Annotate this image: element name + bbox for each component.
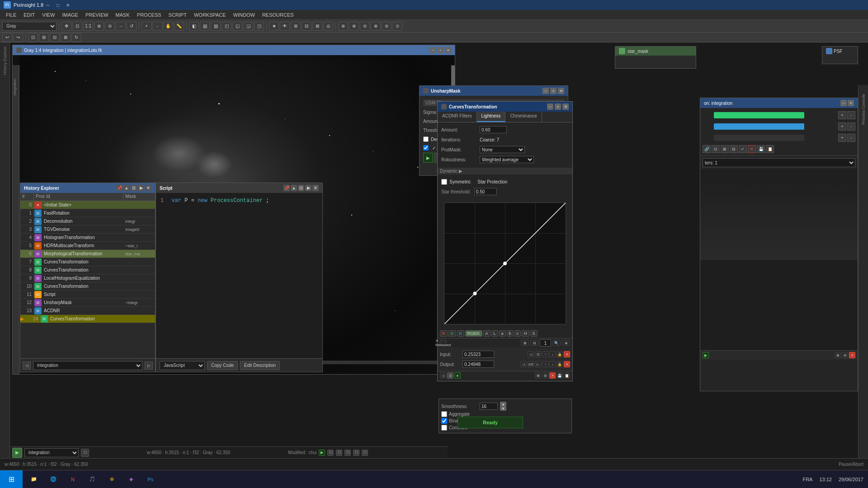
table-row[interactable]: ▶ 14 ▤ CurvesTransformation	[20, 315, 155, 323]
menu-script[interactable]: SCRIPT	[165, 11, 190, 19]
tool-c3[interactable]: ⊠	[312, 22, 322, 31]
usm-execute-btn[interactable]: ▶	[423, 153, 433, 163]
curves-input-clear[interactable]: ✕	[564, 351, 570, 357]
menu-process[interactable]: PROCESS	[133, 11, 165, 19]
tool-zoom-out[interactable]: ⊖	[105, 22, 115, 31]
curves-bottom-play[interactable]: ●	[454, 372, 461, 379]
history-scroll-area[interactable]: 0 ● <Initial State> 1 ▤ FastRotation 2 ▤…	[20, 201, 155, 366]
table-row[interactable]: 11 ▤ Script	[20, 291, 155, 299]
taskbar-file-explorer[interactable]: 📁	[25, 471, 43, 488]
tool2-b4[interactable]: ⊠	[61, 33, 71, 42]
tool-b1[interactable]: ◧	[189, 22, 199, 31]
tool2-b1[interactable]: ⊡	[28, 33, 38, 42]
curves-nav-grid2[interactable]: ⊟	[530, 340, 538, 346]
curves-protmask-select[interactable]: None	[480, 146, 525, 153]
integration-btn3[interactable]: +	[838, 122, 846, 131]
tool-c4[interactable]: ◎	[323, 22, 333, 31]
launch-btn[interactable]: ▶	[12, 448, 22, 458]
usm-minimize[interactable]: ─	[542, 88, 549, 94]
curves-symmetric-cb[interactable]	[441, 179, 447, 185]
tool-zoom-in[interactable]: ⊕	[94, 22, 104, 31]
tool2-b2[interactable]: ⊞	[39, 33, 49, 42]
table-row[interactable]: 1 ▤ FastRotation	[20, 209, 155, 217]
table-row[interactable]: 5 ▤ HDRMultiscaleTransform ~star_r	[20, 242, 155, 250]
smoothness-input[interactable]: 16	[480, 403, 498, 410]
ch-btn-a[interactable]: a	[499, 330, 506, 337]
curves-nav-grid1[interactable]: ⊞	[521, 340, 529, 346]
script-expand-btn[interactable]: ▲	[291, 185, 297, 191]
tool-rotate[interactable]: ↺	[127, 22, 137, 31]
integration-play-btn[interactable]: ▶	[703, 352, 709, 358]
taskbar-netflix[interactable]: N	[64, 471, 82, 488]
script-lang-select[interactable]: JavaScript	[160, 361, 205, 370]
curves-star-thresh-input[interactable]	[474, 188, 497, 195]
ch-btn-G[interactable]: G	[448, 330, 456, 337]
close-btn[interactable]: ✕	[63, 1, 72, 9]
curves-input-home[interactable]: ⊡	[535, 351, 541, 357]
binarize-checkbox[interactable]	[441, 418, 447, 424]
smoothness-down[interactable]: ▼	[500, 406, 506, 411]
curves-input-value[interactable]: 0.25323	[462, 351, 494, 358]
curves-nav-page-input[interactable]	[540, 339, 551, 347]
curves-bottom-copy[interactable]: 📋	[564, 372, 570, 379]
ch-btn-RGBK[interactable]: RGB/K	[465, 330, 482, 337]
taskbar-app1[interactable]: ◆	[122, 471, 140, 488]
curves-output-value[interactable]: 0.24948	[462, 361, 494, 368]
history-maximize-btn[interactable]: ▶	[138, 185, 144, 191]
image-win-minimize[interactable]: ─	[429, 47, 436, 53]
table-row[interactable]: 9 ▤ LocalHistogramEqualization	[20, 274, 155, 282]
integration-btn6[interactable]: -	[847, 134, 855, 142]
integration-action-close[interactable]: ✕	[849, 352, 855, 358]
taskbar-photoshop[interactable]: Ps	[142, 471, 160, 488]
menu-view[interactable]: VIEW	[38, 11, 58, 19]
image-win-maximize[interactable]: +	[437, 47, 443, 53]
tool-move[interactable]: ✥	[61, 22, 71, 31]
integration-action-btn1[interactable]: ⊞	[835, 352, 841, 358]
curves-robustness-select[interactable]: Weighted average	[480, 156, 534, 163]
curves-input-copy[interactable]: ↑	[542, 351, 548, 357]
integration-minimize[interactable]: ─	[840, 100, 847, 106]
curves-zoom-btn2[interactable]: ⊕	[562, 340, 570, 346]
curves-bottom-close[interactable]: ✕	[549, 372, 556, 379]
tool-d4[interactable]: ⊗	[371, 22, 381, 31]
copy-code-button[interactable]: Copy Code	[207, 361, 238, 370]
menu-file[interactable]: FILE	[2, 11, 20, 19]
menu-edit[interactable]: EDIT	[20, 11, 38, 19]
integration-bottom-select[interactable]: integration	[24, 448, 79, 457]
table-row[interactable]: 7 ▤ CurvesTransformation	[20, 258, 155, 266]
tab-chrominance[interactable]: Chrominance	[505, 112, 542, 122]
tool-b2[interactable]: ▧	[200, 22, 210, 31]
script-pin-btn[interactable]: 📌	[283, 185, 290, 191]
tool-c2[interactable]: ⊟	[302, 22, 311, 31]
tool-zoom-1[interactable]: 1:1	[83, 22, 93, 31]
curves-output-lock[interactable]: 🔒	[557, 361, 563, 367]
ch-btn-b[interactable]: b	[507, 330, 514, 337]
integration-filter-select[interactable]: ters: 1	[703, 158, 855, 167]
tool-select[interactable]: →	[116, 22, 126, 31]
table-row[interactable]: 8 ▤ CurvesTransformation	[20, 266, 155, 274]
integration-scroll-area[interactable]	[700, 169, 858, 350]
contours-checkbox[interactable]	[441, 425, 447, 431]
script-checkbox1[interactable]: ☐	[327, 450, 334, 456]
tool-pan[interactable]: ✋	[163, 22, 173, 31]
menu-resources[interactable]: RESOURCES	[259, 11, 297, 19]
script-checkbox5[interactable]: ☐	[362, 450, 368, 456]
tool2-b5[interactable]: ↻	[71, 33, 81, 42]
tool-d3[interactable]: ⊖	[360, 22, 370, 31]
ch-btn-c[interactable]: c	[514, 330, 521, 337]
curves-input-prev[interactable]: ◁	[528, 351, 534, 357]
curves-output-page[interactable]: 2/5	[528, 361, 534, 367]
menu-image[interactable]: IMAGE	[58, 11, 81, 19]
integration-close-btn[interactable]: ✕	[748, 145, 756, 153]
maximize-btn[interactable]: □	[53, 1, 62, 9]
curves-zoom-btn[interactable]: 🔍	[552, 340, 561, 346]
integration-icon1[interactable]: 🔗	[703, 145, 711, 153]
tool-d5[interactable]: ⊘	[382, 22, 392, 31]
tool-zoom-plus[interactable]: +	[142, 22, 151, 31]
integration-btn5[interactable]: +	[838, 134, 846, 142]
ch-btn-B[interactable]: B	[457, 330, 464, 337]
curves-graph[interactable]	[444, 202, 566, 324]
edit-description-button[interactable]: Edit Description	[240, 361, 280, 370]
table-row[interactable]: 2 ▤ Deconvolution integr	[20, 217, 155, 225]
curves-output-clear[interactable]: ✕	[564, 361, 570, 367]
